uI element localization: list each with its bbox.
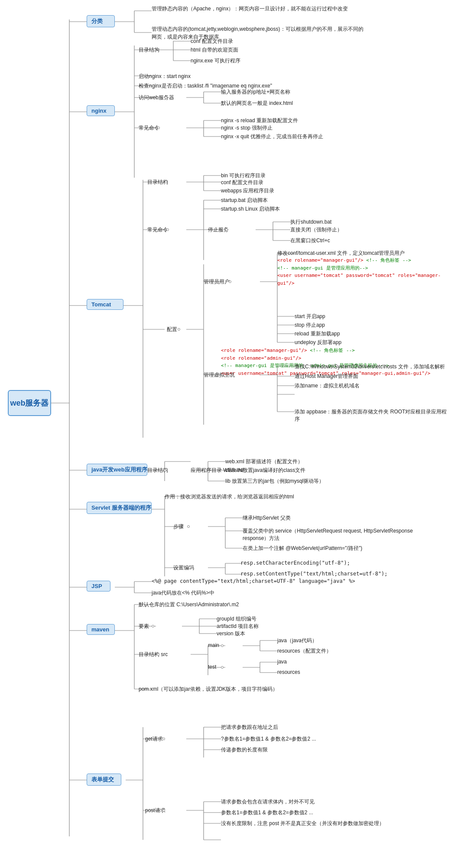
branch-biaodan-label: 表单提交 <box>91 776 114 783</box>
branch-fenglei-label: 分类 <box>91 18 103 24</box>
admin-code-line3: <user username="tomcat" password="tomcat… <box>277 272 451 287</box>
jsp-line2: java代码放在<% 代码%>中 <box>152 589 214 597</box>
tomcat-common-label-text: 常见命令 <box>147 227 168 233</box>
get-item0: ?参数名1=参数值1 & 参数名2=参数值2 ... <box>221 735 316 743</box>
servlet-step2: 在类上加一个注解 @WebServlet(urlPattern="/路径") <box>243 545 362 552</box>
get-label-text: get请求 <box>145 736 163 742</box>
tomcat-startup-bat: startup.bat 启动脚本 <box>221 197 268 204</box>
java-web-item1-text: classes放置java编译好的class文件 <box>225 467 305 473</box>
tomcat-stop0-text: 执行shutdown.bat <box>290 219 331 225</box>
jsp-line2-text: java代码放在<% 代码%>中 <box>152 590 214 596</box>
branch-nginx: nginx <box>87 105 115 116</box>
tomcat-virtual3-text: 添加 appbase：服务器的页面存储文件夹 ROOT对应根目录应用程序 <box>295 409 447 422</box>
nginx-start: 启动nginx：start nginx <box>139 73 191 80</box>
maven-test0: java <box>277 659 287 665</box>
java-web-item0-text: web.xml 部署描述符（配置文件） <box>225 458 303 465</box>
servlet-steps-label-text: 步骤 <box>173 523 184 530</box>
fenglei-item2-text: 管理动态内容的(tomcat,jetty,weblogin,websphere,… <box>152 26 363 40</box>
servlet-step0-text: 继承HttpServlet 父类 <box>243 515 291 521</box>
tomcat-startup-bat-text: startup.bat 启动脚本 <box>221 197 268 203</box>
nginx-mulu-item2: nginx.exe 可执行程序 <box>191 57 240 65</box>
config-code-line1: <role rolename="manager-gui"/> <!-- 角色标签… <box>221 347 430 354</box>
tomcat-admin-action2-text: reload 重新加载app <box>295 331 340 337</box>
java-web-item0: web.xml 部署描述符（配置文件） <box>225 458 303 465</box>
branch-servlet-label: Servlet 服务器端的程序 <box>91 504 151 511</box>
branch-java-web-label: java开发web应用程序 <box>91 466 147 473</box>
get-desc: 把请求参数跟在地址之后 <box>221 724 278 731</box>
servlet-step2-text: 在类上加一个注解 @WebServlet(urlPattern="/路径") <box>243 545 362 551</box>
branch-maven-label: maven <box>91 626 109 633</box>
tomcat-stop0: 执行shutdown.bat <box>290 218 331 226</box>
nginx-check-text: 检查nginx是否启动：tasklist /fi "imagename eq n… <box>139 83 272 89</box>
maven-main1-text: resources（配置文件） <box>277 648 331 654</box>
servlet-enc1: resp.setContentType("text/html;charset=u… <box>240 571 388 577</box>
tomcat-admin-action3: undeploy 反部署app <box>295 339 341 346</box>
maven-warehouse-text: 默认仓库的位置 C:\Users\Administrator\.m2 <box>139 601 239 608</box>
get-item1: 传递参数的长度有限 <box>221 746 268 754</box>
tomcat-admin-pre: 修改conf/tomcat-user.xml 文件，定义tomcat管理员用户 <box>277 250 405 257</box>
tomcat-virtual3: 添加 appbase：服务器的页面存储文件夹 ROOT对应根目录应用程序 <box>295 408 451 423</box>
maven-dir-label-text: 目录结构 src <box>139 651 168 657</box>
maven-dir-label: 目录结构 src <box>139 651 168 658</box>
maven-elem2: version 版本 <box>217 630 245 637</box>
nginx-visit-label-text: 访问web服务器 <box>139 94 174 101</box>
maven-elem1-text: artifactId 项目名称 <box>217 623 259 629</box>
get-desc-text: 把请求参数跟在地址之后 <box>221 724 278 730</box>
tomcat-virtual2: 添加name：虚拟主机机域名 <box>295 382 360 390</box>
branch-maven: maven <box>87 624 115 635</box>
nginx-mulu-item1: html 自带的欢迎页面 <box>191 46 238 54</box>
nginx-cmd2-text: nginx -x quit 优雅停止，完成当前任务再停止 <box>221 133 323 140</box>
nginx-visit-item0: 输入服务器的ip地址+网页名称 <box>221 88 290 96</box>
maven-main0: java（java代码） <box>277 637 317 644</box>
fenglei-item1-text: 管理静态内容的（Apache，nginx）：网页内容一旦设计好，就不能在运行过程… <box>152 6 348 12</box>
tomcat-admin-pre-text: 修改conf/tomcat-user.xml 文件，定义tomcat管理员用户 <box>277 250 405 256</box>
maven-test1-text: resources <box>277 669 300 675</box>
tomcat-mulu-item1: conf 配置文件目录 <box>221 179 263 186</box>
post-item0: 请求参数会包含在请求体内，对外不可见 <box>221 798 315 806</box>
branch-tomcat-label: Tomcat <box>91 301 111 308</box>
maven-elem2-text: version 版本 <box>217 631 245 637</box>
fenglei-item1: 管理静态内容的（Apache，nginx）：网页内容一旦设计好，就不能在运行过程… <box>152 5 364 13</box>
nginx-commands-label: 常见命令 <box>139 124 159 132</box>
maven-main0-text: java（java代码） <box>277 637 317 644</box>
nginx-mulu-item1-text: html 自带的欢迎页面 <box>191 47 238 53</box>
admin-code-line1: <role rolename="manager-gui"/> <!-- 角色标签… <box>277 257 451 264</box>
maven-test1: resources <box>277 669 300 675</box>
branch-fenglei: 分类 <box>87 15 115 27</box>
branch-java-web: java开发web应用程序 <box>87 464 147 476</box>
servlet-step1: 覆盖父类中的 service（HttpServletRequest reques… <box>243 527 416 542</box>
maven-elem1: artifactId 项目名称 <box>217 623 259 630</box>
tomcat-virtual0: 查找C:\Windows\System32\drivers\etc\hosts … <box>295 363 445 371</box>
nginx-mulu-label: 目录结构 <box>139 46 159 54</box>
tomcat-virtual1: 通过Host Manager管理界面 <box>295 373 358 380</box>
admin-code-line2: <!-- manager-gui 是管理应用用的--> <box>277 264 451 272</box>
java-web-item2-text: lib 放置第三方的jar包（例如mysql驱动等） <box>225 478 324 484</box>
central-node: web服务器 <box>8 390 51 416</box>
maven-warehouse: 默认仓库的位置 C:\Users\Administrator\.m2 <box>139 601 239 608</box>
tomcat-virtual1-text: 通过Host Manager管理界面 <box>295 373 358 379</box>
servlet-step1-text: 覆盖父类中的 service（HttpServletRequest reques… <box>243 528 413 541</box>
branch-jsp-label: JSP <box>91 583 102 589</box>
servlet-step0: 继承HttpServlet 父类 <box>243 514 291 522</box>
servlet-enc0-text: resp.setCharacterEncoding("utf-8"); <box>240 560 350 566</box>
tomcat-mulu-item0-text: bin 可执行程序目录 <box>221 172 266 179</box>
tomcat-admin-action2: reload 重新加载app <box>295 330 340 338</box>
nginx-cmd2: nginx -x quit 优雅停止，完成当前任务再停止 <box>221 133 323 140</box>
nginx-visit-item1-text: 默认的网页名一般是 index.html <box>221 100 293 106</box>
servlet-enc1-text: resp.setContentType("text/html;charset=u… <box>240 571 388 577</box>
tomcat-mulu-item1-text: conf 配置文件目录 <box>221 179 263 185</box>
nginx-start-text: 启动nginx：start nginx <box>139 73 191 79</box>
nginx-visit-item0-text: 输入服务器的ip地址+网页名称 <box>221 89 290 95</box>
branch-biaodan: 表单提交 <box>87 774 121 786</box>
maven-test0-text: java <box>277 659 287 665</box>
maven-elements-label-text: 要素 <box>139 623 149 629</box>
servlet-enc0: resp.setCharacterEncoding("utf-8"); <box>240 560 350 566</box>
jsp-line1: <%@ page contentType="text/html;charset=… <box>152 578 355 584</box>
jsp-line1-text: <%@ page contentType="text/html;charset=… <box>152 578 355 584</box>
tomcat-stop1-text: 直接关闭（强制停止） <box>290 227 342 233</box>
tomcat-admin-action0-text: start 开启app <box>295 313 325 319</box>
maven-elements-label: 要素 <box>139 623 149 630</box>
nginx-mulu-item0: conf 配置文件目录 <box>191 38 233 45</box>
nginx-cmd1-text: nginx -s stop 强制停止 <box>221 125 273 131</box>
branch-nginx-label: nginx <box>91 107 107 114</box>
